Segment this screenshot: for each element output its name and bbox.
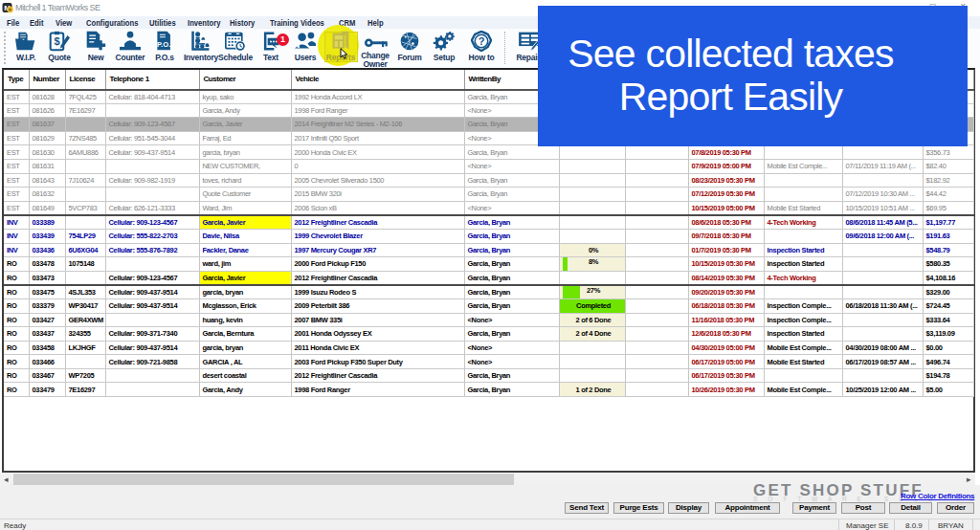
svg-text:P.O.: P.O. — [157, 40, 170, 49]
svg-text:?: ? — [479, 35, 485, 47]
svg-text:$: $ — [54, 35, 59, 47]
